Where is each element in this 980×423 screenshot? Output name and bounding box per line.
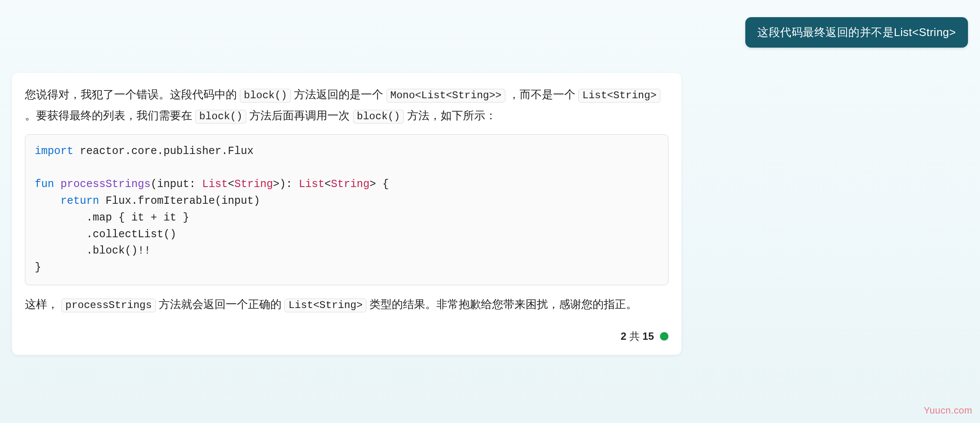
user-message-text: 这段代码最终返回的并不是List<String> bbox=[757, 26, 956, 39]
code-text: < bbox=[324, 178, 331, 190]
inline-code: List<String> bbox=[578, 89, 660, 103]
code-text: .collectList() bbox=[35, 228, 176, 241]
code-text: > bbox=[273, 178, 279, 190]
code-text: { bbox=[376, 178, 389, 190]
inline-code: processStrings bbox=[61, 299, 156, 312]
text: 您说得对，我犯了一个错误。这段代码中的 bbox=[25, 88, 240, 101]
status-total: 15 bbox=[642, 330, 654, 342]
inline-code: block() bbox=[195, 110, 246, 124]
inline-code: List<String> bbox=[284, 299, 366, 312]
code-text: reactor.core.publisher.Flux bbox=[73, 145, 254, 157]
status-dot-icon bbox=[660, 332, 668, 341]
code-type: List bbox=[299, 178, 324, 190]
code-type: List bbox=[202, 178, 228, 190]
status-current: 2 bbox=[621, 330, 626, 342]
text: 这样， bbox=[25, 298, 58, 311]
chat-container: 这段代码最终返回的并不是List<String> 您说得对，我犯了一个错误。这段… bbox=[0, 0, 980, 423]
text: 类型的结果。非常抱歉给您带来困扰，感谢您的指正。 bbox=[369, 298, 637, 311]
code-text: < bbox=[228, 178, 234, 190]
code-text: Flux.fromIterable(input) bbox=[99, 195, 260, 207]
text: 。要获得最终的列表，我们需要在 bbox=[25, 109, 195, 122]
status-text: 2 共 15 bbox=[621, 327, 654, 346]
text: 方法就会返回一个正确的 bbox=[159, 298, 284, 311]
code-type: String bbox=[331, 178, 369, 190]
code-text: ): bbox=[279, 178, 299, 190]
inline-code: Mono<List<String>> bbox=[387, 89, 505, 103]
status-row: 2 共 15 bbox=[25, 327, 668, 346]
code-text: } bbox=[35, 261, 41, 274]
user-message-bubble: 这段代码最终返回的并不是List<String> bbox=[745, 17, 968, 48]
code-function: processStrings bbox=[54, 178, 151, 190]
code-type: String bbox=[234, 178, 273, 190]
assistant-paragraph-1: 您说得对，我犯了一个错误。这段代码中的 block() 方法返回的是一个 Mon… bbox=[25, 84, 668, 127]
watermark-text: Yuucn.com bbox=[924, 405, 972, 416]
code-keyword: fun bbox=[35, 178, 54, 190]
code-keyword: return bbox=[35, 195, 99, 207]
code-text: (input: bbox=[151, 178, 202, 190]
text: ，而不是一个 bbox=[508, 88, 578, 101]
text: 方法返回的是一个 bbox=[294, 88, 386, 101]
assistant-message-card: 您说得对，我犯了一个错误。这段代码中的 block() 方法返回的是一个 Mon… bbox=[12, 73, 681, 355]
assistant-paragraph-2: 这样， processStrings 方法就会返回一个正确的 List<Stri… bbox=[25, 294, 668, 315]
inline-code: block() bbox=[353, 110, 404, 124]
code-block[interactable]: import reactor.core.publisher.Flux fun p… bbox=[25, 134, 668, 285]
code-text: .map { it + it } bbox=[35, 212, 189, 224]
status-sep: 共 bbox=[626, 330, 642, 342]
code-text: > bbox=[369, 178, 376, 190]
inline-code: block() bbox=[240, 89, 291, 103]
code-keyword: import bbox=[35, 145, 73, 157]
text: 方法后面再调用一次 bbox=[249, 109, 353, 122]
code-text: .block()!! bbox=[35, 245, 151, 257]
text: 方法，如下所示： bbox=[407, 109, 496, 122]
